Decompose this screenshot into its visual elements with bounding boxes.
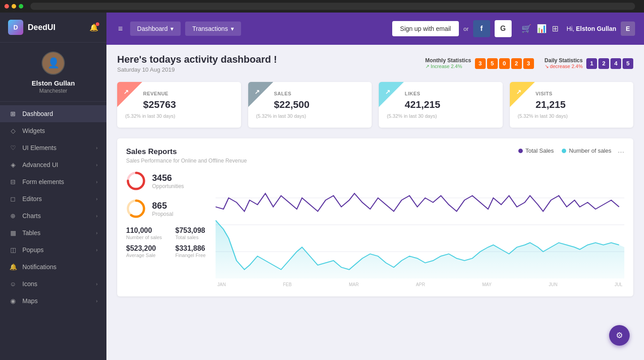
sidebar-item-advanced-ui[interactable]: ◈ Advanced UI › — [0, 156, 106, 173]
dashboard-nav-button[interactable]: Dashboard ▾ — [130, 21, 181, 36]
avatar: 👤 — [42, 51, 65, 75]
nav-icon-maps: ◉ — [9, 297, 17, 304]
trend-arrow-revenue: ↗ — [123, 88, 129, 95]
app-container: D DeedUI 🔔 👤 Elston Gullan Manchester ⊞ … — [0, 13, 644, 360]
monthly-digit: 0 — [499, 58, 510, 69]
sidebar-item-notifications[interactable]: 🔔 Notifications — [0, 258, 106, 275]
num-label: Finangel Free — [175, 253, 216, 258]
sales-reports-header: Sales Reports Sales Performance for Onli… — [126, 147, 624, 164]
metric-card-likes: ↗ LIKES 421,215 (5.32% in last 30 days) — [379, 82, 503, 128]
chevron-right-icon: › — [96, 163, 97, 167]
page-content: Here's todays activity dashboard ! Satur… — [106, 45, 644, 360]
sidebar-item-label: Editors — [22, 195, 42, 202]
sales-metrics-panel: 3456 Opportunities 865 Proposal 110,000 … — [126, 171, 216, 287]
sales-metric-opportunities: 3456 Opportunities — [126, 171, 216, 191]
nav-icon-editors: ◻ — [9, 195, 17, 202]
monthly-digit: 3 — [523, 58, 534, 69]
sidebar-item-icons[interactable]: ☺ Icons › — [0, 275, 106, 292]
sidebar-item-charts[interactable]: ⊕ Charts › — [0, 207, 106, 224]
donut-chart-proposal — [126, 199, 146, 219]
sidebar-item-label: Form elements — [22, 178, 64, 185]
metric-sub-visits: (5.32% in last 30 days) — [518, 113, 626, 119]
sidebar-item-label: Maps — [22, 297, 38, 304]
chevron-down-icon: ▾ — [170, 25, 174, 32]
menu-toggle-button[interactable]: ≡ — [115, 21, 126, 36]
sidebar-item-editors[interactable]: ◻ Editors › — [0, 190, 106, 207]
sidebar-item-label: Dashboard — [22, 110, 53, 117]
chart-x-label: JUL — [614, 282, 623, 287]
metric-name-opportunities: Opportunities — [152, 183, 184, 189]
chevron-right-icon: › — [96, 248, 97, 253]
apps-icon[interactable]: ⊞ — [552, 24, 559, 34]
sales-metric-main-opportunities: 3456 Opportunities — [126, 171, 216, 191]
topbar-hi-text: Hi, Elston Gullan — [567, 25, 616, 32]
sidebar-item-popups[interactable]: ◫ Popups › — [0, 241, 106, 258]
monthly-digit: 2 — [511, 58, 522, 69]
sidebar-bell-button[interactable]: 🔔 — [89, 23, 98, 32]
metric-sub-revenue: (5.32% in last 30 days) — [125, 113, 233, 119]
topbar-or-text: or — [463, 26, 469, 32]
sidebar-item-ui-elements[interactable]: ♡ UI Elements › — [0, 139, 106, 156]
nav-icon-widgets: ◇ — [9, 127, 17, 134]
sidebar-item-label: Tables — [22, 229, 40, 236]
dashboard-header: Here's todays activity dashboard ! Satur… — [117, 54, 633, 73]
sidebar-item-label: Icons — [22, 280, 37, 287]
num-value: $753,098 — [175, 227, 216, 235]
chart-x-label: MAR — [349, 282, 359, 287]
sidebar-item-form-elements[interactable]: ⊟ Form elements › — [0, 173, 106, 190]
sidebar-item-tables[interactable]: ▦ Tables › — [0, 224, 106, 241]
fab-settings-button[interactable]: ⚙ — [609, 325, 630, 346]
legend-dot-cyan — [562, 149, 566, 153]
nav-icon-ui-elements: ♡ — [9, 144, 17, 151]
facebook-login-button[interactable]: f — [473, 20, 490, 37]
svg-marker-7 — [216, 220, 624, 279]
transactions-nav-button[interactable]: Transactions ▾ — [185, 21, 241, 36]
sidebar-city: Manchester — [39, 88, 68, 94]
google-login-button[interactable]: G — [495, 20, 512, 37]
chart-x-axis: JANFEBMARAPRMAYJUNJUL — [216, 282, 624, 287]
chart-icon[interactable]: 📊 — [537, 24, 547, 34]
sales-num-block: $331,886 Finangel Free — [175, 244, 216, 258]
gear-icon: ⚙ — [616, 330, 623, 340]
cart-icon[interactable]: 🛒 — [521, 24, 531, 34]
chart-x-label: APR — [416, 282, 425, 287]
daily-stats: Daily Statistics ↘ decrease 2.4% 1245 — [545, 57, 633, 69]
sidebar-item-dashboard[interactable]: ⊞ Dashboard — [0, 105, 106, 122]
trend-down-icon: ↘ — [545, 64, 549, 69]
topbar-user-avatar[interactable]: E — [621, 21, 635, 36]
sales-num-block: $753,098 Total sales — [175, 227, 216, 240]
sidebar-user-section: 👤 Elston Gullan Manchester — [0, 43, 106, 102]
chart-x-label: JAN — [217, 282, 226, 287]
num-value: 110,000 — [126, 227, 166, 235]
sidebar-item-widgets[interactable]: ◇ Widgets — [0, 122, 106, 139]
nav-icon-popups: ◫ — [9, 246, 17, 253]
daily-digit: 1 — [586, 58, 597, 69]
donut-chart-opportunities — [126, 171, 146, 191]
topbar-icon-group: 🛒 📊 ⊞ — [521, 24, 559, 34]
signup-email-button[interactable]: Sign up with email — [392, 21, 459, 36]
browser-dot-red — [4, 4, 9, 9]
google-icon: G — [500, 25, 506, 33]
main-content: ≡ Dashboard ▾ Transactions ▾ Sign up wit… — [106, 13, 644, 360]
sales-chart — [216, 171, 624, 279]
legend-total-sales: Total Sales — [518, 147, 554, 154]
chevron-down-icon: ▾ — [231, 25, 234, 32]
daily-digit: 2 — [598, 58, 609, 69]
daily-digit: 4 — [610, 58, 621, 69]
nav-icon-tables: ▦ — [9, 229, 17, 236]
card-corner-visits — [510, 82, 535, 107]
legend-number-sales: Number of sales — [562, 147, 611, 154]
card-corner-revenue — [117, 82, 142, 107]
sales-more-options-button[interactable]: ··· — [618, 147, 624, 157]
daily-digit: 5 — [623, 58, 633, 69]
num-label: Average Sale — [126, 253, 166, 258]
bell-notification-dot — [96, 22, 99, 26]
metric-name-proposal: Proposal — [152, 211, 173, 217]
sales-num-block: $523,200 Average Sale — [126, 244, 166, 258]
monthly-stats-digits: 35023 — [475, 58, 534, 69]
dashboard-date: Saturday 10 Aug 2019 — [117, 66, 425, 73]
sidebar-item-label: Charts — [22, 212, 41, 219]
sidebar-item-label: Widgets — [22, 127, 45, 134]
sidebar-logo-icon: D — [8, 20, 23, 35]
sidebar-item-maps[interactable]: ◉ Maps › — [0, 292, 106, 309]
